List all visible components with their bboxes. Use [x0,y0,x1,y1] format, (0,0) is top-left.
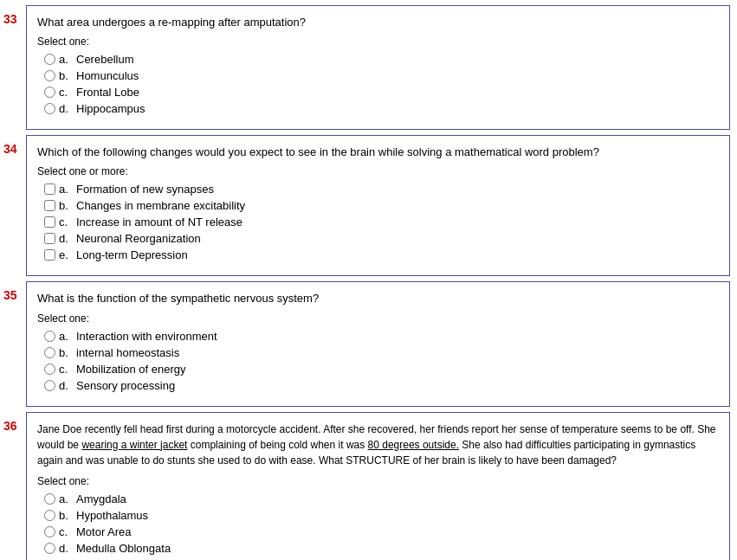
option-letter-34-1: b. [59,199,73,212]
option-row-35-1: b.internal homeostasis [44,346,719,359]
option-row-36-3: d.Medulla Oblongata [44,542,719,555]
select-label-35: Select one: [37,312,719,325]
question-wrapper-35: 35What is the function of the sympatheti… [19,281,737,406]
select-label-33: Select one: [37,35,719,48]
option-input-35-0[interactable] [44,331,55,342]
option-letter-35-1: b. [59,346,73,359]
option-input-36-1[interactable] [44,510,55,521]
option-letter-36-0: a. [59,492,73,505]
question-block-33: What area undergoes a re-mapping after a… [26,5,730,130]
option-input-36-2[interactable] [44,526,55,537]
option-text-34-0: Formation of new synapses [76,183,214,196]
option-input-35-3[interactable] [44,380,55,391]
option-input-33-0[interactable] [44,54,55,65]
option-letter-36-3: d. [59,542,73,555]
option-input-34-1[interactable] [44,200,55,211]
option-text-33-0: Cerebellum [76,53,133,66]
option-row-35-3: d.Sensory processing [44,379,719,392]
option-text-35-2: Mobilization of energy [76,363,185,376]
question-text-34: Which of the following changes would you… [37,145,719,160]
option-input-33-2[interactable] [44,87,55,98]
option-input-35-2[interactable] [44,364,55,375]
option-row-36-1: b.Hypothalamus [44,509,719,522]
question-text-33: What area undergoes a re-mapping after a… [37,15,719,30]
option-input-34-2[interactable] [44,216,55,228]
option-input-33-1[interactable] [44,70,55,81]
question-number-33: 33 [3,12,17,26]
option-letter-33-0: a. [59,53,73,66]
option-text-35-0: Interaction with environment [76,330,217,343]
question-wrapper-34: 34Which of the following changes would y… [19,135,737,276]
option-row-36-0: a.Amygdala [44,492,719,505]
option-letter-33-2: c. [59,86,73,99]
option-text-34-1: Changes in membrane excitability [76,199,245,212]
option-letter-34-0: a. [59,183,73,196]
option-letter-36-1: b. [59,509,73,522]
question-text-35: What is the function of the sympathetic … [37,291,719,306]
option-letter-35-2: c. [59,363,73,376]
option-letter-34-2: c. [59,216,73,229]
option-text-33-2: Frontal Lobe [76,86,139,99]
option-text-33-3: Hippocampus [76,102,145,115]
option-text-36-2: Motor Area [76,525,132,538]
underline-jacket: wearing a winter jacket [81,439,187,451]
select-label-34: Select one or more: [37,165,719,177]
question-wrapper-33: 33What area undergoes a re-mapping after… [19,5,737,130]
option-row-34-1: b.Changes in membrane excitability [44,199,719,212]
option-letter-35-0: a. [59,330,73,343]
question-text-36: Jane Doe recently fell head first during… [37,422,719,468]
select-label-36: Select one: [37,475,719,487]
option-letter-35-3: d. [59,379,73,392]
option-input-34-0[interactable] [44,183,55,195]
option-row-35-2: c.Mobilization of energy [44,363,719,376]
option-row-33-0: a.Cerebellum [44,53,719,66]
option-letter-34-3: d. [59,232,73,245]
option-text-33-1: Homunculus [76,69,139,82]
option-input-34-3[interactable] [44,233,55,244]
option-letter-36-2: c. [59,525,73,538]
option-text-35-1: internal homeostasis [76,346,179,359]
option-text-34-2: Increase in amount of NT release [76,216,242,229]
option-text-36-1: Hypothalamus [76,509,148,522]
option-letter-33-3: d. [59,102,73,115]
option-text-36-0: Amygdala [76,492,126,505]
option-row-34-0: a.Formation of new synapses [44,183,719,196]
option-row-34-3: d.Neuronal Reorganization [44,232,719,245]
option-row-34-4: e.Long-term Depression [44,248,719,261]
option-row-33-1: b.Homunculus [44,69,719,82]
option-input-33-3[interactable] [44,103,55,114]
question-block-35: What is the function of the sympathetic … [26,281,730,406]
option-row-33-2: c.Frontal Lobe [44,86,719,99]
option-input-34-4[interactable] [44,249,55,261]
option-text-35-3: Sensory processing [76,379,175,392]
question-number-36: 36 [3,419,17,433]
option-row-33-3: d.Hippocampus [44,102,719,115]
question-number-35: 35 [3,288,17,302]
question-block-36: Jane Doe recently fell head first during… [26,412,730,560]
option-input-36-3[interactable] [44,543,55,554]
option-letter-34-4: e. [59,248,73,261]
option-row-36-2: c.Motor Area [44,525,719,538]
option-letter-33-1: b. [59,69,73,82]
option-input-36-0[interactable] [44,493,55,505]
option-input-35-1[interactable] [44,347,55,358]
option-text-36-3: Medulla Oblongata [76,542,171,555]
question-wrapper-36: 36Jane Doe recently fell head first duri… [19,412,737,560]
option-text-34-3: Neuronal Reorganization [76,232,201,245]
underline-temp: 80 degrees outside. [368,439,459,451]
question-block-34: Which of the following changes would you… [26,135,730,276]
option-row-34-2: c.Increase in amount of NT release [44,216,719,229]
option-row-35-0: a.Interaction with environment [44,330,719,343]
option-text-34-4: Long-term Depression [76,248,188,261]
question-number-34: 34 [3,142,17,156]
